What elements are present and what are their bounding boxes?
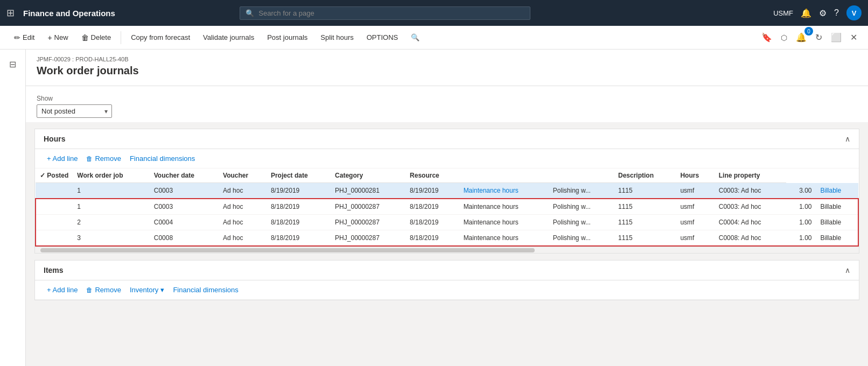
close-icon[interactable]: ✕ xyxy=(848,30,859,45)
options-button[interactable]: OPTIONS xyxy=(361,31,404,44)
options-label: OPTIONS xyxy=(367,33,398,41)
avatar[interactable]: V xyxy=(846,5,862,20)
trash-icon: 🗑 xyxy=(86,155,93,163)
job-code-cell: C0003 xyxy=(150,199,219,215)
items-inventory-label: Inventory xyxy=(130,286,158,294)
new-button[interactable]: + New xyxy=(42,31,73,44)
checkmark-icon: ✓ xyxy=(40,172,45,179)
items-inventory-chevron-icon: ▾ xyxy=(160,286,164,294)
resource-cell: Polishing w... xyxy=(549,199,614,215)
hours-grid-header: ✓ Posted Work order job Voucher date Vou… xyxy=(36,168,858,183)
validate-journals-button[interactable]: Validate journals xyxy=(198,31,260,44)
new-label: New xyxy=(54,33,68,41)
table-row[interactable]: 2 C0004 Ad hoc 8/18/2019 PHJ_00000287 8/… xyxy=(36,215,858,230)
bookmark-icon[interactable]: 🔖 xyxy=(759,30,774,45)
items-financial-dimensions-button[interactable]: Financial dimensions xyxy=(170,285,241,295)
office-icon[interactable]: ⬡ xyxy=(779,31,789,44)
items-collapse-icon[interactable]: ∧ xyxy=(845,266,850,274)
project-date-cell: 8/19/2019 xyxy=(405,183,459,199)
app-grid-icon[interactable]: ⊞ xyxy=(6,7,15,19)
page-header: JPMF-00029 : PROD-HALL25-40B Work order … xyxy=(26,50,868,86)
posted-cell xyxy=(36,199,73,215)
job-type-cell: Ad hoc xyxy=(219,183,267,199)
items-section-header[interactable]: Items ∧ xyxy=(35,261,859,280)
items-add-line-label: + Add line xyxy=(47,286,78,294)
category-cell: Maintenance hours xyxy=(459,230,549,247)
show-filter-wrapper[interactable]: Not posted Posted All xyxy=(37,104,112,118)
hours-header: Hours xyxy=(676,168,714,183)
hours-financial-dimensions-button[interactable]: Financial dimensions xyxy=(127,153,198,164)
num-cell: 2 xyxy=(73,215,149,230)
search-cmd-button[interactable]: 🔍 xyxy=(405,31,425,44)
job-code-cell: C0003 xyxy=(150,183,219,199)
popout-icon[interactable]: ⬜ xyxy=(829,30,844,45)
resource-code-cell: 1115 xyxy=(614,215,676,230)
hours-financial-dimensions-label: Financial dimensions xyxy=(130,154,195,163)
hours-add-line-button[interactable]: + Add line xyxy=(44,153,81,164)
post-journals-label: Post journals xyxy=(267,33,307,41)
split-hours-label: Split hours xyxy=(320,33,353,41)
hours-grid-container: ✓ Posted Work order job Voucher date Vou… xyxy=(35,168,859,247)
notification-bell-icon[interactable]: 🔔 xyxy=(801,8,811,18)
line-property-cell[interactable]: Billable xyxy=(816,183,858,199)
items-trash-icon: 🗑 xyxy=(86,286,93,294)
main-content: ⊟ JPMF-00029 : PROD-HALL25-40B Work orde… xyxy=(0,50,868,366)
page-area: JPMF-00029 : PROD-HALL25-40B Work order … xyxy=(26,50,868,366)
category-cell[interactable]: Maintenance hours xyxy=(459,183,549,199)
copy-from-forecast-button[interactable]: Copy from forecast xyxy=(125,31,195,44)
split-hours-button[interactable]: Split hours xyxy=(315,31,359,44)
items-add-line-button[interactable]: + Add line xyxy=(44,285,81,295)
description-cell: C0003: Ad hoc xyxy=(715,199,786,215)
posted-cell xyxy=(36,230,73,247)
hours-section-toolbar: + Add line 🗑 Remove Financial dimensions xyxy=(35,149,859,168)
num-cell: 3 xyxy=(73,230,149,247)
job-type-cell: Ad hoc xyxy=(219,230,267,247)
line-property-header: Line property xyxy=(715,168,786,183)
alert-icon[interactable]: 🔔 0 xyxy=(794,30,809,45)
posted-cell xyxy=(36,215,73,230)
show-filter-select[interactable]: Not posted Posted All xyxy=(37,104,112,118)
command-bar: ✏ Edit + New 🗑 Delete Copy from forecast… xyxy=(0,26,868,50)
edit-button[interactable]: ✏ Edit xyxy=(9,31,40,44)
filter-area: Show Not posted Posted All xyxy=(26,86,868,122)
hours-collapse-icon[interactable]: ∧ xyxy=(845,135,850,143)
category-cell: Maintenance hours xyxy=(459,215,549,230)
voucher-date-cell: 8/18/2019 xyxy=(267,199,331,215)
resource-header: Resource xyxy=(405,168,459,183)
table-row[interactable]: 3 C0008 Ad hoc 8/18/2019 PHJ_00000287 8/… xyxy=(36,230,858,247)
items-remove-button[interactable]: 🗑 Remove xyxy=(83,285,124,295)
description-cell: C0008: Ad hoc xyxy=(715,230,786,247)
post-journals-button[interactable]: Post journals xyxy=(262,31,313,44)
search-placeholder: Search for a page xyxy=(258,9,314,17)
table-row[interactable]: 1 C0003 Ad hoc 8/18/2019 PHJ_00000287 8/… xyxy=(36,199,858,215)
voucher-date-cell: 8/18/2019 xyxy=(267,230,331,247)
validate-journals-label: Validate journals xyxy=(203,33,254,41)
table-row[interactable]: 1 C0003 Ad hoc 8/19/2019 PHJ_00000281 8/… xyxy=(36,183,858,199)
work-order-job-header: Work order job xyxy=(73,168,149,183)
voucher-date-cell: 8/19/2019 xyxy=(267,183,331,199)
items-inventory-button[interactable]: Inventory ▾ xyxy=(127,285,167,295)
sidebar: ⊟ xyxy=(0,50,26,366)
resource-cell: Polishing w... xyxy=(549,183,614,199)
window-controls-area: 🔖 ⬡ 🔔 0 ↻ ⬜ ✕ xyxy=(759,30,859,45)
hours-header-row: ✓ Posted Work order job Voucher date Vou… xyxy=(36,168,858,183)
hours-section-header[interactable]: Hours ∧ xyxy=(35,129,859,149)
search-bar[interactable]: 🔍 Search for a page xyxy=(240,6,530,20)
hours-remove-button[interactable]: 🗑 Remove xyxy=(83,153,124,164)
items-remove-label: Remove xyxy=(95,286,121,294)
help-icon[interactable]: ? xyxy=(834,8,839,18)
project-date-cell: 8/18/2019 xyxy=(405,199,459,215)
site-cell: usmf xyxy=(676,230,714,247)
filter-icon[interactable]: ⊟ xyxy=(5,55,20,74)
hours-scrollbar[interactable] xyxy=(35,247,859,253)
delete-button[interactable]: 🗑 Delete xyxy=(76,31,117,44)
voucher-cell: PHJ_00000287 xyxy=(331,215,405,230)
project-date-header: Project date xyxy=(267,168,331,183)
description-cell: C0003: Ad hoc xyxy=(715,183,786,199)
line-property-cell: Billable xyxy=(816,199,858,215)
refresh-icon[interactable]: ↻ xyxy=(813,30,824,45)
voucher-cell: PHJ_00000287 xyxy=(331,199,405,215)
settings-gear-icon[interactable]: ⚙ xyxy=(819,8,827,18)
project-date-cell: 8/18/2019 xyxy=(405,215,459,230)
search-icon: 🔍 xyxy=(246,9,254,17)
